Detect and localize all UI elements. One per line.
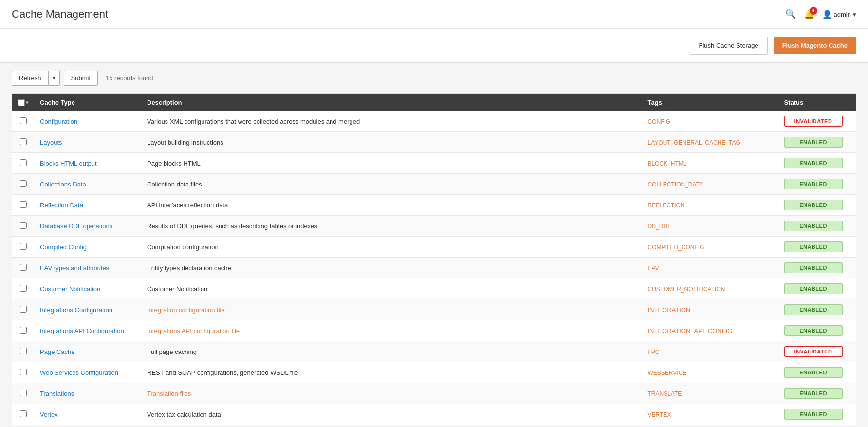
col-tags-header: Tags (642, 94, 778, 111)
description-cell: Results of DDL queries, such as describi… (141, 216, 642, 237)
row-checkbox-10[interactable] (20, 306, 27, 313)
status-badge: ENABLED (784, 367, 843, 378)
row-checkbox-6[interactable] (20, 222, 27, 229)
flush-cache-storage-button[interactable]: Flush Cache Storage (690, 37, 768, 55)
status-cell: ENABLED (778, 258, 856, 278)
cache-type-cell: Collections Data (34, 174, 141, 195)
status-cell: ENABLED (778, 216, 856, 237)
cache-type-cell: Page Cache (34, 341, 141, 362)
cache-type-link[interactable]: Collections Data (40, 181, 86, 188)
row-checkbox-cell (12, 132, 35, 153)
row-checkbox-8[interactable] (20, 264, 27, 271)
toolbar: Refresh ▾ Submit 15 records found (0, 63, 868, 93)
cache-type-link[interactable]: Web Services Configuration (40, 369, 118, 376)
table-row: ConfigurationVarious XML configurations … (12, 111, 856, 132)
col-cache-type-header: Cache Type (34, 94, 141, 111)
row-checkbox-5[interactable] (20, 201, 27, 208)
tag-link[interactable]: INTEGRATION_API_CONFIG (648, 327, 733, 334)
cache-type-link[interactable]: Integrations Configuration (40, 306, 112, 314)
tag-text: CONFIG (648, 118, 671, 125)
header-checkbox-cell: ▾ (12, 94, 35, 111)
table-row: TranslationsTranslation filesTRANSLATEEN… (12, 383, 856, 404)
action-bar: Flush Cache Storage Flush Magento Cache (0, 29, 868, 63)
table-header-row: ▾ Cache Type Description Tags Status (12, 94, 856, 111)
status-badge: ENABLED (784, 158, 843, 168)
cache-type-link[interactable]: Customer Notification (40, 285, 100, 293)
cache-type-cell: Vertex (34, 404, 141, 425)
cache-type-link[interactable]: EAV types and attributes (40, 264, 109, 272)
row-checkbox-cell (12, 195, 35, 216)
row-checkbox-14[interactable] (20, 390, 27, 396)
row-checkbox-1[interactable] (20, 117, 27, 124)
tags-cell: COMPILED_CONFIG (642, 237, 778, 258)
refresh-button[interactable]: Refresh (12, 71, 48, 86)
tag-text: LAYOUT_GENERAL_CACHE_TAG (648, 139, 740, 146)
description-link[interactable]: Integrations API configuration file (147, 327, 240, 334)
table-row: Collections DataCollection data filesCOL… (12, 174, 856, 195)
tags-cell: CONFIG (642, 111, 778, 132)
row-checkbox-12[interactable] (20, 348, 27, 354)
cache-type-link[interactable]: Blocks HTML output (40, 160, 97, 167)
description-cell: Integrations API configuration file (141, 320, 642, 341)
row-checkbox-13[interactable] (20, 369, 27, 375)
table-row: Blocks HTML outputPage blocks HTMLBLOCK_… (12, 153, 856, 174)
row-checkbox-11[interactable] (20, 327, 27, 334)
description-cell: Layout building instructions (141, 132, 642, 153)
refresh-btn-group: Refresh ▾ (12, 71, 60, 86)
tags-cell: DB_DDL (642, 216, 778, 237)
tags-cell: VERTEX (642, 404, 778, 425)
row-checkbox-9[interactable] (20, 285, 27, 292)
description-link[interactable]: Integration configuration file (147, 306, 225, 314)
description-cell: REST and SOAP configurations, generated … (141, 362, 642, 383)
user-menu-button[interactable]: 👤 admin ▾ (822, 10, 856, 19)
records-count: 15 records found (106, 74, 153, 82)
tags-cell: INTEGRATION_API_CONFIG (642, 320, 778, 341)
status-cell: ENABLED (778, 174, 856, 195)
row-checkbox-7[interactable] (20, 243, 27, 250)
cache-type-link[interactable]: Layouts (40, 139, 62, 146)
cache-type-link[interactable]: Integrations API Configuration (40, 327, 124, 334)
select-all-dropdown[interactable]: ▾ (26, 100, 28, 105)
table-container: ▾ Cache Type Description Tags Status Con… (0, 93, 868, 427)
description-link[interactable]: Translation files (147, 390, 191, 397)
cache-type-link[interactable]: Translations (40, 390, 74, 397)
tags-cell: EAV (642, 258, 778, 278)
cache-type-link[interactable]: Compiled Config (40, 243, 87, 251)
description-cell: Various XML configurations that were col… (141, 111, 642, 132)
cache-type-cell: EAV types and attributes (34, 258, 141, 278)
status-badge: ENABLED (784, 409, 843, 420)
status-badge: ENABLED (784, 179, 843, 189)
notifications-button[interactable]: 🔔 9 (804, 9, 814, 19)
cache-type-cell: Integrations API Configuration (34, 320, 141, 341)
description-cell: Translation files (141, 383, 642, 404)
cache-type-cell: Web Services Configuration (34, 362, 141, 383)
table-row: Web Services ConfigurationREST and SOAP … (12, 362, 856, 383)
col-status-header: Status (778, 94, 856, 111)
cache-type-link[interactable]: Page Cache (40, 348, 75, 355)
row-checkbox-3[interactable] (20, 159, 27, 166)
tags-cell: BLOCK_HTML (642, 153, 778, 174)
cache-type-cell: Translations (34, 383, 141, 404)
search-button[interactable]: 🔍 (785, 9, 796, 19)
cache-type-link[interactable]: Database DDL operations (40, 223, 112, 230)
row-checkbox-4[interactable] (20, 180, 27, 187)
row-checkbox-cell (12, 341, 35, 362)
select-all-checkbox[interactable] (18, 99, 25, 106)
status-badge: ENABLED (784, 137, 843, 148)
cache-type-link[interactable]: Reflection Data (40, 202, 83, 209)
tags-cell: CUSTOMER_NOTIFICATION (642, 278, 778, 299)
flush-magento-cache-button[interactable]: Flush Magento Cache (774, 37, 856, 54)
tag-link[interactable]: INTEGRATION (648, 306, 691, 314)
tags-cell: TRANSLATE (642, 383, 778, 404)
cache-type-link[interactable]: Vertex (40, 411, 58, 418)
submit-button[interactable]: Submit (64, 71, 98, 86)
status-cell: ENABLED (778, 320, 856, 341)
row-checkbox-15[interactable] (20, 410, 27, 417)
refresh-dropdown-button[interactable]: ▾ (48, 71, 60, 86)
cache-type-link[interactable]: Configuration (40, 118, 77, 125)
tag-text: COMPILED_CONFIG (648, 244, 704, 251)
page-title: Cache Management (12, 8, 108, 20)
row-checkbox-2[interactable] (20, 138, 27, 145)
description-cell: Entity types declaration cache (141, 258, 642, 278)
description-cell: Compilation configuration (141, 237, 642, 258)
